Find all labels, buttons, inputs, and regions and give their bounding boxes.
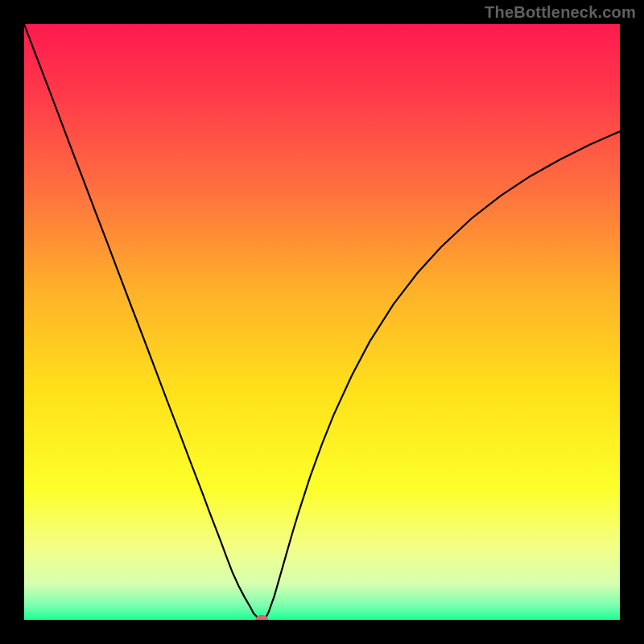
gradient-background <box>24 24 620 620</box>
chart-container: TheBottleneck.com <box>0 0 644 644</box>
chart-svg <box>24 24 620 620</box>
watermark-text: TheBottleneck.com <box>485 3 636 22</box>
chart-plot-area <box>24 24 620 620</box>
